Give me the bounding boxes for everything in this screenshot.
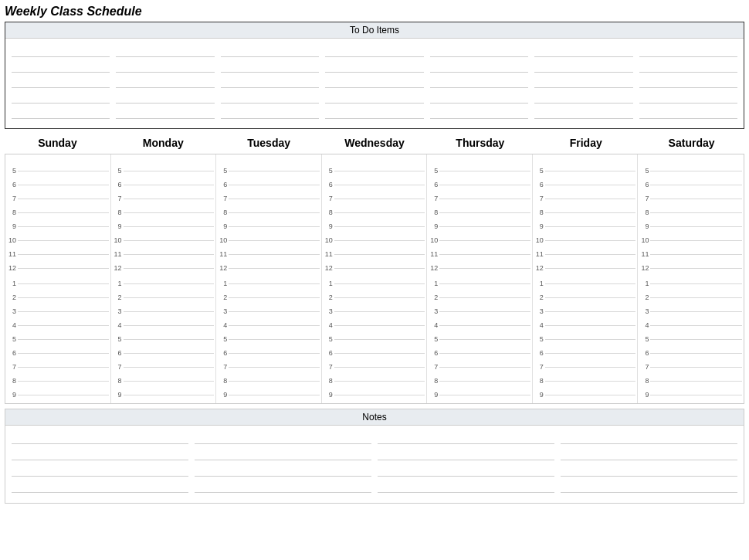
time-slot-line[interactable] <box>439 199 530 199</box>
time-slot-line[interactable] <box>18 311 109 312</box>
time-slot-line[interactable] <box>229 268 320 269</box>
notes-line[interactable] <box>561 448 737 460</box>
time-slot-line[interactable] <box>18 268 109 269</box>
time-slot-line[interactable] <box>124 199 215 199</box>
time-slot-line[interactable] <box>545 212 636 213</box>
time-slot-line[interactable] <box>439 297 530 298</box>
time-slot-line[interactable] <box>18 353 109 354</box>
notes-line[interactable] <box>378 464 554 477</box>
time-slot-line[interactable] <box>545 268 636 269</box>
todo-line[interactable] <box>430 60 528 73</box>
notes-line[interactable] <box>12 464 188 477</box>
todo-line[interactable] <box>639 45 737 57</box>
time-slot-line[interactable] <box>334 311 425 312</box>
todo-line[interactable] <box>639 60 737 73</box>
time-slot-line[interactable] <box>124 254 215 255</box>
todo-line[interactable] <box>430 45 528 57</box>
time-slot-line[interactable] <box>545 199 636 199</box>
time-slot-line[interactable] <box>439 254 530 255</box>
time-slot-line[interactable] <box>229 254 320 255</box>
time-slot-line[interactable] <box>229 226 320 227</box>
notes-line[interactable] <box>195 448 371 460</box>
todo-line[interactable] <box>325 60 423 73</box>
todo-line[interactable] <box>12 76 110 88</box>
todo-line[interactable] <box>534 60 632 73</box>
notes-line[interactable] <box>12 480 188 493</box>
time-slot-line[interactable] <box>545 283 636 284</box>
time-slot-line[interactable] <box>18 339 109 340</box>
time-slot-line[interactable] <box>229 395 320 395</box>
time-slot-line[interactable] <box>124 240 215 241</box>
time-slot-line[interactable] <box>334 268 425 269</box>
time-slot-line[interactable] <box>124 185 215 185</box>
time-slot-line[interactable] <box>334 171 425 171</box>
todo-line[interactable] <box>534 45 632 57</box>
time-slot-line[interactable] <box>650 254 742 255</box>
time-slot-line[interactable] <box>650 339 742 340</box>
time-slot-line[interactable] <box>439 367 530 368</box>
time-slot-line[interactable] <box>229 311 320 312</box>
time-slot-line[interactable] <box>545 353 636 354</box>
time-slot-line[interactable] <box>439 171 530 171</box>
time-slot-line[interactable] <box>439 381 530 382</box>
todo-line[interactable] <box>12 45 110 57</box>
time-slot-line[interactable] <box>229 297 320 298</box>
time-slot-line[interactable] <box>229 185 320 185</box>
time-slot-line[interactable] <box>18 240 109 241</box>
time-slot-line[interactable] <box>439 325 530 326</box>
todo-line[interactable] <box>221 45 319 57</box>
time-slot-line[interactable] <box>439 185 530 185</box>
time-slot-line[interactable] <box>650 226 742 227</box>
time-slot-line[interactable] <box>18 171 109 171</box>
time-slot-line[interactable] <box>545 226 636 227</box>
time-slot-line[interactable] <box>650 297 742 298</box>
time-slot-line[interactable] <box>545 339 636 340</box>
time-slot-line[interactable] <box>18 395 109 395</box>
todo-line[interactable] <box>639 107 737 119</box>
time-slot-line[interactable] <box>439 240 530 241</box>
todo-line[interactable] <box>534 91 632 104</box>
time-slot-line[interactable] <box>124 171 215 171</box>
time-slot-line[interactable] <box>334 283 425 284</box>
notes-line[interactable] <box>561 480 737 493</box>
time-slot-line[interactable] <box>18 226 109 227</box>
todo-line[interactable] <box>325 76 423 88</box>
time-slot-line[interactable] <box>334 240 425 241</box>
time-slot-line[interactable] <box>229 367 320 368</box>
time-slot-line[interactable] <box>124 325 215 326</box>
time-slot-line[interactable] <box>18 199 109 199</box>
time-slot-line[interactable] <box>124 226 215 227</box>
time-slot-line[interactable] <box>650 212 742 213</box>
time-slot-line[interactable] <box>229 212 320 213</box>
time-slot-line[interactable] <box>439 268 530 269</box>
todo-line[interactable] <box>116 76 214 88</box>
time-slot-line[interactable] <box>18 254 109 255</box>
time-slot-line[interactable] <box>439 212 530 213</box>
time-slot-line[interactable] <box>18 185 109 185</box>
time-slot-line[interactable] <box>124 212 215 213</box>
time-slot-line[interactable] <box>439 339 530 340</box>
time-slot-line[interactable] <box>650 185 742 185</box>
time-slot-line[interactable] <box>124 339 215 340</box>
time-slot-line[interactable] <box>545 325 636 326</box>
time-slot-line[interactable] <box>545 185 636 185</box>
time-slot-line[interactable] <box>650 367 742 368</box>
time-slot-line[interactable] <box>124 297 215 298</box>
time-slot-line[interactable] <box>229 325 320 326</box>
time-slot-line[interactable] <box>124 395 215 395</box>
time-slot-line[interactable] <box>334 297 425 298</box>
todo-line[interactable] <box>116 60 214 73</box>
todo-line[interactable] <box>639 91 737 104</box>
time-slot-line[interactable] <box>650 395 742 395</box>
time-slot-line[interactable] <box>334 339 425 340</box>
time-slot-line[interactable] <box>18 367 109 368</box>
notes-line[interactable] <box>378 432 554 444</box>
time-slot-line[interactable] <box>545 381 636 382</box>
todo-line[interactable] <box>12 91 110 104</box>
time-slot-line[interactable] <box>439 283 530 284</box>
todo-line[interactable] <box>116 45 214 57</box>
time-slot-line[interactable] <box>650 353 742 354</box>
time-slot-line[interactable] <box>229 283 320 284</box>
notes-line[interactable] <box>195 464 371 477</box>
time-slot-line[interactable] <box>124 381 215 382</box>
